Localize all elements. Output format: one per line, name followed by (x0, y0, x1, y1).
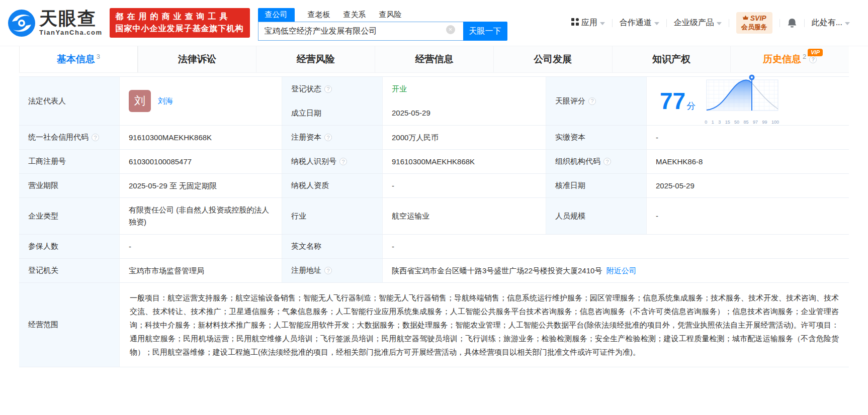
chevron-down-icon (845, 22, 850, 25)
menu-enterprise-products[interactable]: 企业级产品 (674, 18, 722, 28)
tianyancha-logo-icon (7, 9, 36, 38)
brand-slogan: 都在用的商业查询工具 国家中小企业发展子基金旗下机构 (110, 8, 250, 38)
search-box: 查公司 查老板 查关系 查风险 天眼一下 × (258, 8, 507, 41)
company-type-label: 企业类型 (19, 198, 119, 234)
app-grid-icon (571, 18, 579, 28)
table-row: 统一社会信用代码 91610300MAEKHK868K 注册资本 2000万人民… (19, 126, 849, 150)
help-icon[interactable] (809, 56, 817, 63)
business-scope-text: 一般项目：航空运营支持服务；航空运输设备销售；智能无人飞行器制造；智能无人飞行器… (119, 283, 849, 367)
english-name-label: 英文名称 (282, 235, 382, 258)
search-button[interactable]: 天眼一下 (463, 22, 507, 41)
tab-intellectual-property[interactable]: 知识产权 (612, 46, 731, 72)
taxpayer-qualification-value: - (382, 174, 546, 197)
industry-label: 行业 (282, 198, 382, 234)
legal-rep-value: 刘 刘海 (119, 77, 282, 125)
basic-info-table: 法定代表人 刘 刘海 登记状态 开业 天眼评分 77分 (19, 76, 849, 367)
registered-capital-value: 2000万人民币 (382, 126, 546, 149)
reg-status-value: 开业 (382, 77, 546, 101)
help-icon[interactable] (92, 134, 99, 141)
staff-size-value: - (646, 198, 849, 234)
search-tab-risk[interactable]: 查风险 (379, 8, 402, 22)
insured-count-label: 参保人数 (19, 235, 119, 258)
tab-company-development[interactable]: 公司发展 (493, 46, 612, 72)
crown-icon (742, 14, 749, 22)
menu-partner-channel[interactable]: 合作通道 (620, 18, 659, 28)
score-unit: 分 (686, 101, 696, 111)
tab-business-info[interactable]: 经营信息 (375, 46, 493, 72)
menu-user-more[interactable]: 此处有... (812, 18, 850, 28)
tab-basic-count: 3 (97, 53, 100, 60)
approval-date-value: 2025-05-29 (646, 174, 849, 197)
registration-authority-label: 登记机关 (19, 259, 119, 282)
chevron-down-icon (600, 22, 605, 25)
score-distribution-chart: 0131550859799100 (704, 74, 780, 128)
score-number: 77 (660, 88, 685, 114)
org-code-label: 组织机构代码 (546, 150, 646, 173)
search-tab-company[interactable]: 查公司 (258, 8, 295, 22)
table-row: 经营范围 一般项目：航空运营支持服务；航空运输设备销售；智能无人飞行器制造；智能… (19, 283, 849, 367)
divider (779, 19, 780, 27)
menu-apps[interactable]: 应用 (571, 18, 605, 28)
tab-operating-risk[interactable]: 经营风险 (256, 46, 375, 72)
slogan-line1: 都在用的商业查询工具 (116, 12, 244, 22)
search-tab-relation[interactable]: 查关系 (343, 8, 366, 22)
help-icon[interactable] (603, 158, 611, 165)
business-scope-label: 经营范围 (19, 283, 119, 367)
help-icon[interactable] (324, 85, 332, 93)
insured-count-value: - (119, 235, 282, 258)
header-menu: 应用 合作通道 企业级产品 SVIP 会员服务 (571, 12, 850, 34)
help-icon[interactable] (324, 134, 332, 141)
tab-history-info[interactable]: VIP 历史信息 2 (730, 46, 849, 72)
business-reg-no-value: 610300100085477 (119, 150, 282, 173)
tianyancha-logo[interactable]: 天眼查 TianYanCha.com (7, 9, 103, 38)
legal-rep-name-link[interactable]: 刘海 (158, 95, 173, 107)
registration-authority-value: 宝鸡市市场监督管理局 (119, 259, 282, 282)
help-icon[interactable] (339, 158, 347, 165)
establish-date-label: 成立日期 (282, 101, 382, 125)
paidin-capital-value: - (646, 126, 849, 149)
credit-code-value: 91610300MAEKHK868K (119, 126, 282, 149)
help-icon[interactable] (324, 267, 332, 274)
search-tab-boss[interactable]: 查老板 (308, 8, 330, 22)
registered-capital-label: 注册资本 (282, 126, 382, 149)
industry-value: 航空运输业 (382, 198, 546, 234)
search-input[interactable] (258, 22, 463, 41)
tab-basic-info[interactable]: 基本信息 3 (19, 46, 138, 72)
org-code-value: MAEKHK86-8 (646, 150, 849, 173)
top-header: 天眼查 TianYanCha.com 都在用的商业查询工具 国家中小企业发展子基… (0, 0, 868, 46)
help-icon[interactable] (588, 97, 596, 105)
divider (612, 19, 613, 27)
table-row: 营业期限 2025-05-29 至 无固定期限 纳税人资质 - 核准日期 202… (19, 174, 849, 198)
approval-date-label: 核准日期 (546, 174, 646, 197)
slogan-line2: 国家中小企业发展子基金旗下机构 (116, 24, 244, 34)
vip-badge: VIP (808, 49, 823, 56)
divider (804, 19, 805, 27)
divider (666, 19, 667, 27)
establish-date-value: 2025-05-29 (382, 101, 546, 125)
notification-bell-icon[interactable] (787, 18, 797, 29)
registered-address-value: 陕西省宝鸡市金台区蟠十路3号盛世广场22号楼投资大厦2410号 附近公司 (382, 259, 849, 282)
nearby-companies-link[interactable]: 附近公司 (606, 265, 637, 277)
search-clear-icon[interactable]: × (446, 25, 455, 34)
section-tabs: 基本信息 3 法律诉讼 经营风险 经营信息 公司发展 知识产权 VIP 历史信息… (19, 46, 849, 73)
table-row: 工商注册号 610300100085477 纳税人识别号 91610300MAE… (19, 150, 849, 174)
taxpayer-id-label: 纳税人识别号 (282, 150, 382, 173)
table-row: 法定代表人 刘 刘海 登记状态 开业 天眼评分 77分 (19, 77, 849, 126)
reg-status-label: 登记状态 (282, 77, 382, 101)
chevron-down-icon (654, 22, 659, 25)
table-row: 企业类型 有限责任公司 (非自然人投资或控股的法人独资) 行业 航空运输业 人员… (19, 198, 849, 235)
credit-code-label: 统一社会信用代码 (19, 126, 119, 149)
avatar[interactable]: 刘 (129, 90, 151, 112)
svip-member-badge[interactable]: SVIP 会员服务 (736, 12, 772, 34)
english-name-value: - (382, 235, 849, 258)
tab-legal-litigation[interactable]: 法律诉讼 (138, 46, 256, 72)
business-term-value: 2025-05-29 至 无固定期限 (119, 174, 282, 197)
legal-rep-label: 法定代表人 (19, 77, 119, 125)
staff-size-label: 人员规模 (546, 198, 646, 234)
taxpayer-qualification-label: 纳税人资质 (282, 174, 382, 197)
business-term-label: 营业期限 (19, 174, 119, 197)
tab-history-count: 2 (803, 53, 806, 60)
brand-name: 天眼查 (39, 10, 103, 28)
score-value: 77分 (646, 77, 849, 125)
divider (729, 19, 729, 27)
